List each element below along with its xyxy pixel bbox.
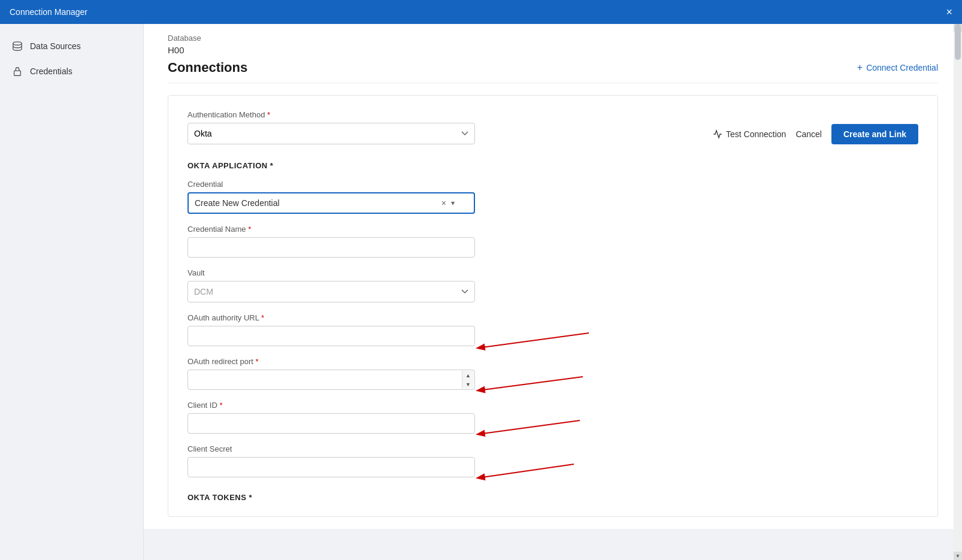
clear-icon[interactable]: × [441, 198, 446, 208]
connection-manager-window: Connection Manager × Data Sources Creden… [0, 0, 962, 560]
vault-field-group: Vault DCM HashiCorp Azure Key Vault [187, 268, 475, 302]
lock-icon [12, 66, 23, 77]
okta-tokens-title: OKTA TOKENS * [187, 488, 918, 502]
oauth-redirect-port-label: OAuth redirect port * [187, 357, 475, 366]
credential-name-input[interactable] [187, 237, 475, 258]
oauth-redirect-port-field-group: OAuth redirect port * ▲ ▼ [187, 357, 475, 390]
pulse-icon [713, 129, 722, 139]
svg-rect-1 [14, 71, 21, 75]
client-id-required: * [219, 401, 222, 410]
main-layout: Data Sources Credentials Database H00 Co… [0, 24, 962, 560]
client-secret-label: Client Secret [187, 444, 475, 453]
database-name: H00 [168, 45, 938, 55]
number-spinners: ▲ ▼ [462, 371, 474, 389]
scroll-down-arrow[interactable]: ▼ [954, 552, 962, 560]
plus-icon: + [857, 62, 863, 73]
svg-line-2 [478, 333, 589, 348]
close-button[interactable]: × [946, 7, 952, 17]
connect-credential-button[interactable]: + Connect Credential [857, 62, 938, 73]
client-secret-input[interactable] [187, 457, 475, 477]
oauth-redirect-port-input[interactable] [187, 370, 475, 390]
sidebar-item-credentials-label: Credentials [30, 66, 72, 76]
auth-method-row: Authentication Method * Okta SAML Basic … [187, 110, 918, 144]
chevron-down-icon[interactable]: ▾ [451, 199, 455, 207]
oauth-url-required: * [261, 313, 264, 322]
title-bar: Connection Manager × [0, 0, 962, 24]
spinner-down[interactable]: ▼ [462, 380, 474, 389]
svg-point-0 [13, 42, 22, 45]
credential-field-group: Credential Create New Credential × ▾ [187, 180, 475, 214]
oauth-authority-url-field-group: OAuth authority URL * [187, 313, 475, 346]
credential-name-required: * [248, 225, 251, 234]
sidebar-item-credentials[interactable]: Credentials [0, 59, 143, 84]
credential-name-field-group: Credential Name * [187, 225, 475, 258]
credential-label: Credential [187, 180, 475, 189]
connections-title: Connections [168, 60, 247, 75]
vault-label: Vault [187, 268, 475, 277]
credential-select[interactable]: Create New Credential × ▾ [187, 192, 475, 214]
svg-line-3 [478, 377, 583, 391]
okta-section-title: OKTA APPLICATION * [187, 161, 918, 170]
credential-value: Create New Credential [195, 198, 441, 208]
auth-method-label: Authentication Method * [187, 110, 475, 119]
test-connection-label: Test Connection [726, 129, 786, 139]
spinner-up[interactable]: ▲ [462, 371, 474, 380]
red-arrow-1 [472, 330, 592, 354]
create-link-button[interactable]: Create and Link [831, 124, 918, 144]
scrollbar-thumb[interactable] [955, 24, 961, 60]
red-arrow-2 [472, 374, 586, 398]
client-id-field-group: Client ID * [187, 401, 475, 434]
content-header: Database H00 Connections + Connect Crede… [144, 24, 962, 83]
auth-method-field: Authentication Method * Okta SAML Basic … [187, 110, 475, 144]
oauth-authority-url-label: OAuth authority URL * [187, 313, 475, 322]
test-connection-button[interactable]: Test Connection [713, 129, 786, 139]
scrollbar-track: ▲ ▼ [954, 24, 962, 560]
red-arrow-4 [472, 461, 577, 485]
cancel-button[interactable]: Cancel [795, 129, 822, 139]
toolbar-actions: Test Connection Cancel Create and Link [713, 124, 918, 144]
credential-select-icons: × ▾ [441, 198, 455, 208]
connections-header: Connections + Connect Credential [168, 60, 938, 83]
svg-line-4 [478, 420, 580, 434]
red-arrow-3 [472, 417, 583, 441]
window-title: Connection Manager [10, 7, 87, 17]
sidebar-item-data-sources[interactable]: Data Sources [0, 34, 143, 59]
form-panel: Authentication Method * Okta SAML Basic … [168, 95, 938, 517]
content-scroll-area: Database H00 Connections + Connect Crede… [144, 24, 962, 560]
svg-line-5 [478, 464, 574, 478]
auth-method-select[interactable]: Okta SAML Basic OAuth2 [187, 123, 475, 144]
sidebar: Data Sources Credentials [0, 24, 144, 560]
client-secret-field-group: Client Secret [187, 444, 475, 477]
oauth-redirect-port-wrapper: ▲ ▼ [187, 370, 475, 390]
client-id-label: Client ID * [187, 401, 475, 410]
connect-credential-label: Connect Credential [866, 63, 938, 72]
client-id-input[interactable] [187, 413, 475, 434]
database-label: Database [168, 34, 938, 43]
oauth-authority-url-input[interactable] [187, 326, 475, 346]
credential-name-label: Credential Name * [187, 225, 475, 234]
database-icon [12, 41, 23, 52]
sidebar-item-data-sources-label: Data Sources [30, 41, 81, 51]
vault-select[interactable]: DCM HashiCorp Azure Key Vault [187, 281, 475, 302]
content-area: Database H00 Connections + Connect Crede… [144, 24, 962, 529]
oauth-port-required: * [255, 357, 258, 366]
auth-method-required: * [267, 110, 270, 119]
